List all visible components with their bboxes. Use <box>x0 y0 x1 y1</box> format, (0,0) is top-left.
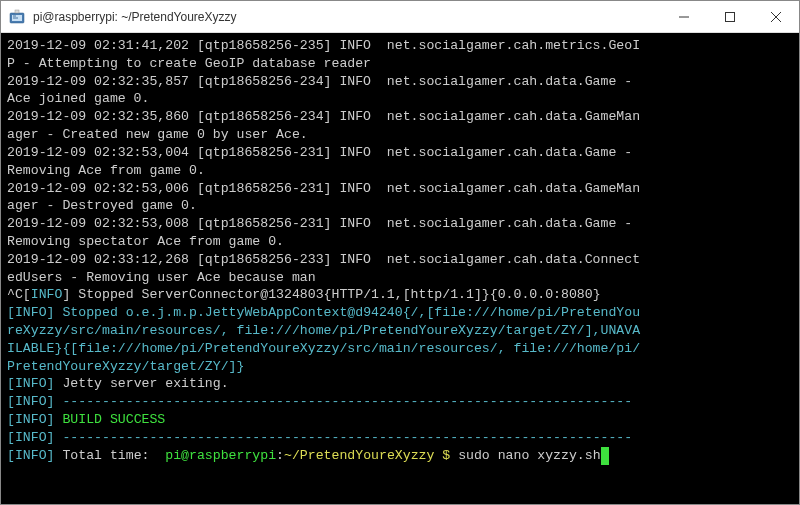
log-line: Ace joined game 0. <box>7 90 793 108</box>
log-line: Removing Ace from game 0. <box>7 162 793 180</box>
terminal-window: pi@raspberrypi: ~/PretendYoureXyzzy 2019… <box>0 0 800 505</box>
putty-icon <box>9 9 25 25</box>
log-line: edUsers - Removing user Ace because man <box>7 269 793 287</box>
svg-rect-2 <box>15 10 19 13</box>
log-line: [INFO] ---------------------------------… <box>7 429 793 447</box>
command-input[interactable]: sudo nano xyzzy.sh <box>450 448 600 463</box>
log-line: ager - Created new game 0 by user Ace. <box>7 126 793 144</box>
log-line: [INFO] Jetty server exiting. <box>7 375 793 393</box>
log-line: [INFO] ---------------------------------… <box>7 393 793 411</box>
minimize-button[interactable] <box>661 1 707 33</box>
log-line: 2019-12-09 02:33:12,268 [qtp18658256-233… <box>7 251 793 269</box>
log-line: Removing spectator Ace from game 0. <box>7 233 793 251</box>
prompt-user: pi@raspberrypi <box>165 448 276 463</box>
log-line: 2019-12-09 02:32:35,857 [qtp18658256-234… <box>7 73 793 91</box>
log-line: 2019-12-09 02:32:53,008 [qtp18658256-231… <box>7 215 793 233</box>
maximize-button[interactable] <box>707 1 753 33</box>
log-line: [INFO] Stopped o.e.j.m.p.JettyWebAppCont… <box>7 304 793 322</box>
log-line: ^C[INFO] Stopped ServerConnector@1324803… <box>7 286 793 304</box>
prompt-path: ~/PretendYoureXyzzy $ <box>284 448 450 463</box>
titlebar[interactable]: pi@raspberrypi: ~/PretendYoureXyzzy <box>1 1 799 33</box>
window-controls <box>661 1 799 33</box>
log-line: ager - Destroyed game 0. <box>7 197 793 215</box>
log-line: reXyzzy/src/main/resources/, file:///hom… <box>7 322 793 340</box>
log-line: P - Attempting to create GeoIP database … <box>7 55 793 73</box>
log-line: 2019-12-09 02:32:53,004 [qtp18658256-231… <box>7 144 793 162</box>
prompt-line: [INFO] Total time: pi@raspberrypi:~/Pret… <box>7 447 793 465</box>
log-line: [INFO] BUILD SUCCESS <box>7 411 793 429</box>
terminal-output[interactable]: 2019-12-09 02:31:41,202 [qtp18658256-235… <box>1 33 799 504</box>
close-button[interactable] <box>753 1 799 33</box>
log-line: 2019-12-09 02:32:53,006 [qtp18658256-231… <box>7 180 793 198</box>
window-title: pi@raspberrypi: ~/PretendYoureXyzzy <box>33 10 661 24</box>
log-line: 2019-12-09 02:32:35,860 [qtp18658256-234… <box>7 108 793 126</box>
log-line: PretendYoureXyzzy/target/ZY/]} <box>7 358 793 376</box>
svg-rect-6 <box>726 12 735 21</box>
log-line: 2019-12-09 02:31:41,202 [qtp18658256-235… <box>7 37 793 55</box>
log-line: ILABLE}{[file:///home/pi/PretendYoureXyz… <box>7 340 793 358</box>
cursor-icon <box>601 447 609 465</box>
